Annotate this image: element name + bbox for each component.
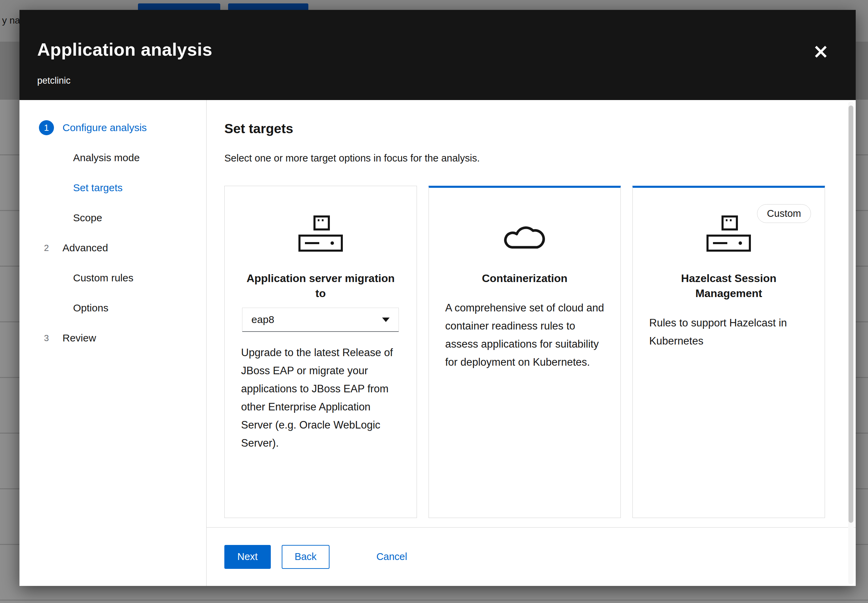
back-button[interactable]: Back	[282, 545, 329, 569]
target-card-hazelcast[interactable]: Custom H	[632, 186, 825, 518]
wizard-step-label: Review	[62, 332, 96, 344]
card-title: Application server migration to	[241, 271, 400, 301]
wizard-substep-label: Scope	[73, 212, 102, 224]
wizard-step-label: Advanced	[62, 242, 108, 254]
page-title: Set targets	[224, 121, 825, 136]
step-number-badge: 1	[39, 120, 54, 135]
wizard-substep-custom-rules[interactable]: Custom rules	[20, 263, 206, 293]
card-title: Hazelcast Session Management	[649, 271, 808, 301]
wizard-content: Set targets Select one or more target op…	[207, 100, 856, 586]
server-icon	[241, 213, 400, 257]
card-description: Rules to support Hazelcast in Kubernetes	[649, 314, 808, 350]
select-value: eap8	[251, 314, 274, 325]
wizard-substep-label: Custom rules	[73, 272, 133, 284]
close-icon[interactable]: ×	[812, 41, 829, 61]
card-description: A comprehensive set of cloud and contain…	[445, 299, 604, 371]
wizard-substep-analysis-mode[interactable]: Analysis mode	[20, 143, 206, 173]
modal-header: Application analysis petclinic ×	[20, 10, 856, 100]
wizard-substep-label: Options	[73, 302, 108, 314]
target-card-app-server-migration[interactable]: Application server migration to eap8 Upg…	[224, 186, 417, 518]
card-title: Containerization	[445, 271, 604, 286]
wizard-step-label: Configure analysis	[62, 122, 147, 133]
target-version-select[interactable]: eap8	[242, 308, 399, 332]
wizard-footer: Next Back Cancel	[207, 527, 856, 586]
step-number: 3	[39, 331, 54, 346]
wizard-step-review[interactable]: 3 Review	[20, 323, 206, 353]
cloud-icon	[445, 213, 604, 257]
wizard-substep-scope[interactable]: Scope	[20, 203, 206, 233]
wizard-substep-label: Analysis mode	[73, 152, 140, 164]
wizard-substep-options[interactable]: Options	[20, 293, 206, 323]
wizard-substep-label: Set targets	[73, 182, 123, 193]
wizard-substep-set-targets[interactable]: Set targets	[20, 173, 206, 203]
wizard-nav: 1 Configure analysis Analysis mode Set t…	[20, 100, 207, 586]
scrollbar-track[interactable]	[848, 101, 854, 584]
card-description: Upgrade to the latest Release of JBoss E…	[241, 343, 400, 452]
next-button[interactable]: Next	[224, 545, 271, 569]
set-targets-panel: Set targets Select one or more target op…	[207, 100, 856, 527]
chevron-down-icon	[382, 317, 389, 322]
target-cards: Application server migration to eap8 Upg…	[224, 186, 825, 518]
application-analysis-modal: Application analysis petclinic × 1 Confi…	[20, 10, 856, 586]
target-card-containerization[interactable]: Containerization A comprehensive set of …	[429, 186, 621, 518]
modal-title: Application analysis	[37, 41, 856, 59]
modal-body: 1 Configure analysis Analysis mode Set t…	[20, 100, 856, 586]
cancel-button[interactable]: Cancel	[376, 545, 407, 569]
step-number: 2	[39, 240, 54, 255]
page-description: Select one or more target options in foc…	[224, 153, 825, 164]
modal-subtitle: petclinic	[37, 76, 856, 86]
custom-badge: Custom	[757, 204, 811, 223]
wizard-step-configure-analysis[interactable]: 1 Configure analysis	[20, 113, 206, 143]
scrollbar-thumb[interactable]	[848, 105, 853, 523]
screen: y na Application analysis petclinic × 1 …	[0, 0, 868, 603]
wizard-step-advanced[interactable]: 2 Advanced	[20, 233, 206, 263]
